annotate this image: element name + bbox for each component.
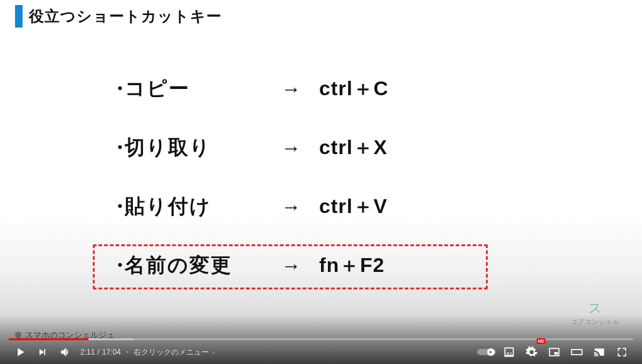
bullet: ・ [110, 134, 118, 162]
shortcut-label: 貼り付け [125, 193, 263, 221]
player-controls: 2:11 / 17:04 ・ 右クリックのメニュー › HD [0, 340, 642, 364]
title-accent [15, 5, 23, 28]
shortcut-keys: ctrl＋C [319, 75, 389, 103]
arrow-icon: → [263, 195, 319, 219]
subtitles-button[interactable] [498, 341, 520, 363]
channel-watermark-bottom-right: ス コアコンシェル [571, 299, 619, 326]
chapter-title[interactable]: 右クリックのメニュー [134, 347, 209, 358]
svg-rect-5 [554, 352, 558, 355]
brand-mark-icon: ス [571, 299, 619, 318]
video-frame: 役立つショートカットキー ・ コピー → ctrl＋C ・ 切り取り → ctr… [0, 0, 642, 364]
arrow-icon: → [263, 78, 319, 101]
hd-badge: HD [537, 338, 545, 344]
bullet: ・ [110, 75, 118, 103]
time-total: 17:04 [102, 348, 121, 356]
theater-button[interactable] [566, 341, 588, 363]
gear-icon [525, 346, 538, 358]
bullet: ・ [110, 193, 118, 221]
toggle-icon [477, 348, 496, 356]
next-button[interactable] [31, 341, 54, 363]
shortcut-label: 切り取り [125, 134, 263, 162]
list-item: ・ コピー → ctrl＋C [110, 75, 389, 103]
autoplay-toggle[interactable] [475, 341, 498, 363]
shortcut-keys: ctrl＋X [319, 134, 387, 162]
video-player: 役立つショートカットキー ・ コピー → ctrl＋C ・ 切り取り → ctr… [0, 0, 642, 364]
volume-icon [59, 346, 71, 358]
settings-button[interactable]: HD [520, 341, 543, 363]
mute-button[interactable] [54, 341, 76, 363]
cast-button[interactable] [588, 341, 611, 363]
time-display: 2:11 / 17:04 ・ 右クリックのメニュー › [80, 347, 214, 358]
fullscreen-button[interactable] [611, 341, 633, 363]
fullscreen-icon [616, 346, 628, 358]
svg-rect-3 [510, 353, 512, 354]
list-item: ・ 切り取り → ctrl＋X [110, 134, 389, 162]
miniplayer-icon [548, 346, 560, 358]
miniplayer-button[interactable] [543, 341, 566, 363]
chevron-right-icon[interactable]: › [213, 349, 214, 356]
svg-rect-6 [572, 350, 582, 355]
list-item: ・ 貼り付け → ctrl＋V [110, 193, 389, 221]
brand-right-text: コアコンシェル [571, 318, 619, 326]
time-current: 2:11 [80, 348, 95, 356]
subtitles-icon [503, 346, 515, 358]
chapter-sep: ・ [124, 347, 131, 358]
slide-title-bar: 役立つショートカットキー [0, 0, 642, 28]
arrow-icon: → [263, 137, 319, 160]
theater-icon [570, 346, 584, 358]
slide-title: 役立つショートカットキー [29, 6, 222, 26]
shortcut-keys: ctrl＋V [319, 193, 387, 221]
highlight-box [93, 244, 488, 289]
play-button[interactable] [9, 341, 31, 363]
svg-rect-2 [507, 353, 509, 354]
shortcut-label: コピー [125, 75, 263, 103]
time-sep: / [97, 348, 99, 356]
play-icon [13, 345, 27, 359]
next-icon [36, 346, 49, 358]
cast-icon [593, 346, 606, 358]
